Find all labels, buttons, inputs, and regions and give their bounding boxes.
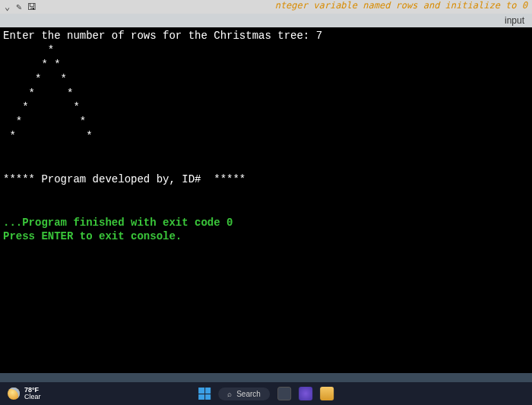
file-explorer-icon[interactable] [320,387,334,400]
press-enter-message: Press ENTER to exit console. [3,230,182,242]
chat-icon[interactable] [299,387,312,400]
windows-start-icon[interactable] [198,388,211,400]
console-header: input [0,14,532,27]
console-output[interactable]: Enter the number of rows for the Christm… [0,27,532,373]
credit-line: ***** Program developed by, ID# ***** [3,173,245,185]
exit-message: ...Program finished with exit code 0 [3,217,233,229]
search-label: Search [236,390,261,398]
tree-line: * * [3,130,93,142]
tree-line: * * [3,59,61,71]
tree-line: * * [3,87,73,100]
save-icon[interactable]: 🖫 [27,2,36,12]
search-button[interactable]: ⌕ Search [218,388,270,400]
weather-widget[interactable]: 78°F Clear [8,387,41,400]
tree-line: * * [3,101,80,113]
desktop-gap [0,373,532,382]
input-label: input [505,15,524,26]
search-icon: ⌕ [227,390,232,398]
weather-condition: Clear [24,394,41,400]
taskbar-center: ⌕ Search [198,387,334,400]
tree-line: * * [3,115,86,128]
code-comment-fragment: nteger variable named rows and initializ… [275,0,527,11]
chevron-down-icon[interactable]: ⌄ [5,2,10,12]
windows-taskbar[interactable]: 78°F Clear ⌕ Search [0,382,532,405]
task-view-icon[interactable] [277,387,291,400]
editor-toolbar-icons: ⌄ ✎ 🖫 [0,2,36,12]
weather-icon [8,388,20,400]
edit-icon[interactable]: ✎ [16,2,21,12]
editor-strip: ⌄ ✎ 🖫 nteger variable named rows and ini… [0,0,532,14]
prompt-text: Enter the number of rows for the Christm… [3,30,316,42]
tree-line: * [3,44,54,56]
input-value: 7 [316,30,322,42]
tree-line: * * [3,73,67,85]
